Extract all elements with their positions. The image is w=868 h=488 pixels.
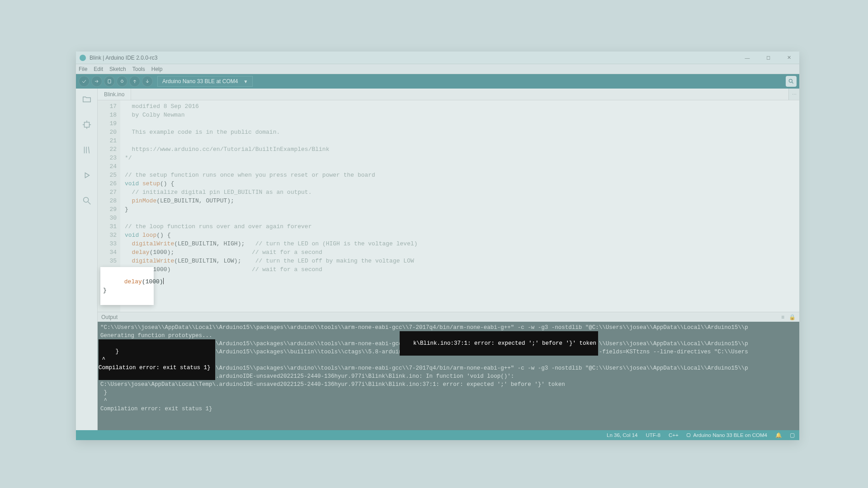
file-icon (107, 79, 112, 84)
verify-button[interactable] (79, 76, 90, 87)
board-selector-label: Arduino Nano 33 BLE at COM4 (162, 78, 238, 84)
editor-highlight-region: delay(1000) } (100, 267, 154, 305)
magnify-icon (82, 196, 92, 206)
activity-bar (76, 89, 98, 430)
output-title: Output (101, 314, 118, 320)
bug-icon (119, 79, 125, 84)
menu-edit[interactable]: Edit (94, 66, 103, 72)
serial-plotter-button[interactable] (786, 76, 797, 87)
arrow-right-icon (94, 79, 99, 84)
svg-marker-16 (85, 173, 89, 178)
status-board[interactable]: Arduino Nano 33 BLE on COM4 (693, 432, 767, 438)
upload-button[interactable] (91, 76, 102, 87)
app-window: Blink | Arduino IDE 2.0.0-rc3 — ◻ ✕ File… (76, 52, 799, 440)
save-button[interactable] (142, 76, 153, 87)
board-selector[interactable]: Arduino Nano 33 BLE at COM4 ▼ (157, 76, 253, 87)
app-icon (80, 55, 86, 61)
svg-rect-8 (84, 122, 89, 127)
library-manager-button[interactable] (80, 144, 93, 156)
plug-icon (687, 433, 690, 437)
tab-overflow-button[interactable]: ⋯ (788, 89, 799, 100)
folder-icon (82, 94, 92, 104)
arrow-up-icon (132, 79, 137, 84)
search-panel-button[interactable] (80, 194, 93, 207)
status-notifications-button[interactable]: 🔔 (775, 432, 782, 438)
svg-line-18 (88, 202, 90, 205)
svg-rect-1 (108, 80, 111, 83)
title-bar[interactable]: Blink | Arduino IDE 2.0.0-rc3 — ◻ ✕ (76, 52, 799, 64)
svg-point-17 (83, 197, 88, 202)
tab-blink[interactable]: Blink.ino (98, 89, 131, 100)
search-icon (788, 78, 794, 84)
sketchbook-button[interactable] (80, 93, 93, 106)
status-cursor-position[interactable]: Ln 36, Col 14 (607, 432, 637, 438)
status-bar: Ln 36, Col 14 UTF-8 C++ Arduino Nano 33 … (76, 430, 799, 440)
menu-tools[interactable]: Tools (132, 66, 145, 72)
window-title: Blink | Arduino IDE 2.0.0-rc3 (90, 55, 158, 61)
code-content[interactable]: modified 8 Sep 2016 by Colby Newman This… (120, 100, 799, 312)
output-error-highlight-block: } ^ Compilation error: exit status 1} (99, 339, 215, 380)
arrow-down-icon (145, 79, 150, 84)
toolbar: Arduino Nano 33 BLE at COM4 ▼ (76, 74, 799, 89)
code-editor[interactable]: 1718192021222324252627282930313233343536… (98, 100, 799, 312)
window-controls: — ◻ ✕ (737, 52, 799, 64)
status-close-panel-button[interactable]: ▢ (790, 432, 795, 438)
menu-bar[interactable]: File Edit Sketch Tools Help (76, 64, 799, 74)
svg-line-15 (88, 147, 89, 154)
boards-manager-button[interactable] (80, 118, 93, 131)
maximize-button[interactable]: ◻ (758, 52, 778, 64)
tab-strip: Blink.ino ⋯ (98, 89, 799, 100)
chip-icon (82, 120, 92, 130)
open-button[interactable] (129, 76, 140, 87)
books-icon (82, 145, 92, 155)
menu-sketch[interactable]: Sketch (109, 66, 126, 72)
output-lock-icon[interactable]: 🔒 (789, 314, 796, 320)
play-bug-icon (82, 170, 92, 180)
output-error-highlight-inline: k\Blink.ino:37:1: error: expected ';' be… (400, 331, 598, 356)
svg-point-6 (789, 79, 792, 82)
status-language[interactable]: C++ (669, 432, 679, 438)
close-button[interactable]: ✕ (778, 52, 799, 64)
new-sketch-button[interactable] (104, 76, 115, 87)
minimize-button[interactable]: — (737, 52, 758, 64)
chevron-down-icon: ▼ (243, 79, 248, 84)
svg-line-7 (792, 82, 793, 84)
status-encoding[interactable]: UTF-8 (646, 432, 660, 438)
menu-help[interactable]: Help (151, 66, 163, 72)
debug-button[interactable] (117, 76, 127, 87)
check-icon (81, 79, 87, 84)
tab-label: Blink.ino (104, 91, 124, 98)
output-header: Output ≡ 🔒 (98, 312, 799, 322)
menu-file[interactable]: File (79, 66, 87, 72)
output-list-icon[interactable]: ≡ (781, 314, 784, 320)
svg-point-2 (121, 80, 123, 83)
debug-panel-button[interactable] (80, 169, 93, 182)
